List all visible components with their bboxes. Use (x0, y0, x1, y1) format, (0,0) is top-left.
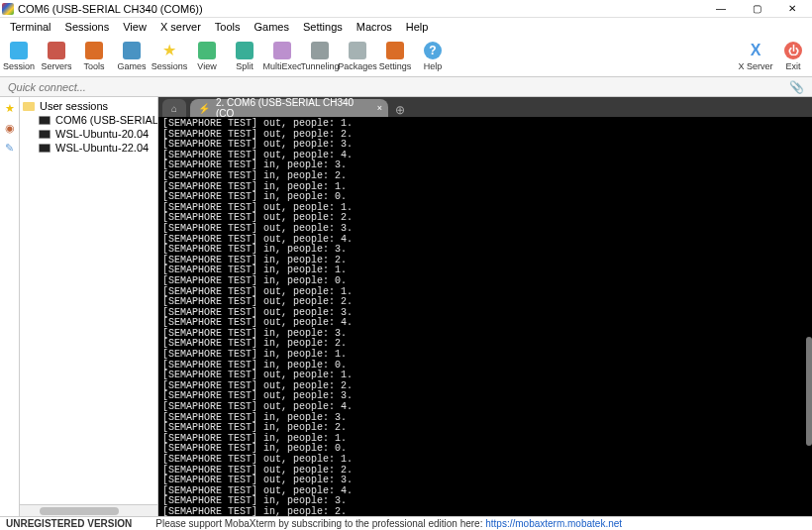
tree-root-label: User sessions (40, 100, 108, 112)
terminal-tab[interactable]: ⚡ 2. COM6 (USB-SERIAL CH340 (CO × (190, 99, 388, 117)
toolbar-sessions[interactable]: ★Sessions (151, 42, 188, 71)
help-icon: ? (424, 42, 442, 59)
quick-connect-bar: 📎 (0, 77, 812, 97)
toolbar-servers[interactable]: Servers (38, 42, 75, 71)
terminal-vscroll[interactable] (804, 119, 812, 516)
status-bar: UNREGISTERED VERSION Please support Moba… (0, 516, 812, 530)
servers-icon (48, 42, 65, 59)
tab-close-icon[interactable]: × (377, 103, 382, 113)
menu-help[interactable]: Help (400, 19, 435, 35)
globe-tab-icon[interactable]: ◉ (3, 121, 17, 135)
toolbar-split[interactable]: Split (226, 42, 263, 71)
tree-root[interactable]: User sessions (20, 99, 157, 113)
toolbar-label: Split (236, 61, 254, 71)
toolbar: SessionServersToolsGames★SessionsViewSpl… (0, 36, 812, 77)
status-message: Please support MobaXterm by subscribing … (155, 518, 622, 529)
menu-x-server[interactable]: X server (154, 19, 207, 35)
session-label: WSL-Ubuntu-20.04 (55, 128, 149, 140)
toolbar-tools[interactable]: Tools (75, 42, 113, 71)
tools-icon (85, 42, 103, 59)
terminal-output[interactable]: [SEMAPHORE TEST] out, people: 1. [SEMAPH… (158, 117, 812, 516)
menu-macros[interactable]: Macros (351, 19, 398, 35)
tunnel-icon (311, 42, 329, 59)
star-icon: ★ (160, 42, 178, 59)
terminal-icon (38, 142, 51, 154)
session-item[interactable]: COM6 (USB-SERIAL CH340 (CO (20, 113, 157, 127)
app-icon (2, 3, 14, 15)
quick-connect-input[interactable] (4, 79, 785, 95)
toolbar-label: Tools (83, 61, 104, 71)
window-title: COM6 (USB-SERIAL CH340 (COM6)) (18, 3, 709, 15)
status-unregistered: UNREGISTERED VERSION (6, 518, 132, 529)
close-button[interactable]: ✕ (780, 2, 804, 16)
terminal-vscroll-thumb[interactable] (806, 337, 812, 446)
view-icon (198, 42, 216, 59)
folder-icon (22, 100, 36, 112)
session-label: COM6 (USB-SERIAL CH340 (CO (55, 114, 157, 126)
toolbar-label: Games (117, 61, 146, 71)
toolbar-label: Exit (785, 61, 800, 71)
title-bar: COM6 (USB-SERIAL CH340 (COM6)) — ▢ ✕ (0, 0, 812, 18)
toolbar-tunneling[interactable]: Tunneling (301, 42, 339, 71)
menu-games[interactable]: Games (249, 19, 295, 35)
session-tree: User sessions COM6 (USB-SERIAL CH340 (CO… (20, 97, 157, 504)
menu-tools[interactable]: Tools (209, 19, 247, 35)
content-area: ⌂ ⚡ 2. COM6 (USB-SERIAL CH340 (CO × ⊕ [S… (158, 97, 812, 516)
minimize-button[interactable]: — (709, 2, 733, 16)
exit-icon: ⏻ (784, 42, 802, 59)
toolbar-label: Session (3, 61, 35, 71)
side-tab-strip: ★ ◉ ✎ (0, 97, 20, 516)
toolbar-multiexec[interactable]: MultiExec (263, 42, 301, 71)
toolbar-settings[interactable]: Settings (376, 42, 414, 71)
games-icon (123, 42, 141, 59)
status-text: Please support MobaXterm by subscribing … (155, 518, 485, 529)
terminal-icon (38, 114, 51, 126)
menu-terminal[interactable]: Terminal (4, 19, 57, 35)
sidebar: User sessions COM6 (USB-SERIAL CH340 (CO… (20, 97, 158, 516)
toolbar-label: Tunneling (300, 61, 339, 71)
multi-icon (273, 42, 291, 59)
toolbar-session[interactable]: Session (0, 42, 38, 71)
toolbar-exit[interactable]: ⏻Exit (774, 42, 812, 71)
gear-icon (386, 42, 404, 59)
toolbar-games[interactable]: Games (113, 42, 151, 71)
home-tab[interactable]: ⌂ (162, 99, 186, 117)
session-icon (10, 42, 28, 59)
session-item[interactable]: WSL-Ubuntu-20.04 (20, 127, 157, 141)
toolbar-label: Settings (379, 61, 412, 71)
menu-settings[interactable]: Settings (297, 19, 349, 35)
terminal-tab-label: 2. COM6 (USB-SERIAL CH340 (CO (216, 97, 371, 119)
toolbar-label: View (197, 61, 216, 71)
menu-sessions[interactable]: Sessions (59, 19, 116, 35)
tools-tab-icon[interactable]: ✎ (3, 141, 17, 155)
menu-bar: TerminalSessionsViewX serverToolsGamesSe… (0, 18, 812, 36)
terminal-icon (38, 128, 51, 140)
maximize-button[interactable]: ▢ (745, 2, 768, 16)
tab-serial-icon: ⚡ (198, 103, 210, 114)
toolbar-x-server[interactable]: XX Server (737, 42, 774, 71)
toolbar-help[interactable]: ?Help (414, 42, 452, 71)
toolbar-label: Help (424, 61, 443, 71)
toolbar-label: Packages (338, 61, 377, 71)
toolbar-label: MultiExec (263, 61, 302, 71)
new-tab-button[interactable]: ⊕ (392, 103, 408, 117)
toolbar-view[interactable]: View (188, 42, 226, 71)
sidebar-hscroll-thumb[interactable] (40, 507, 119, 515)
xsrv-icon: X (747, 42, 764, 59)
toolbar-label: X Server (738, 61, 772, 71)
session-item[interactable]: WSL-Ubuntu-22.04 (20, 141, 157, 155)
star-tab-icon[interactable]: ★ (3, 101, 17, 115)
tab-strip: ⌂ ⚡ 2. COM6 (USB-SERIAL CH340 (CO × ⊕ (158, 97, 812, 117)
session-label: WSL-Ubuntu-22.04 (55, 142, 149, 154)
sidebar-hscroll[interactable] (20, 504, 157, 516)
status-link[interactable]: https://mobaxterm.mobatek.net (485, 518, 622, 529)
toolbar-label: Sessions (152, 61, 188, 71)
menu-view[interactable]: View (117, 19, 152, 35)
attachment-icon[interactable]: 📎 (785, 80, 808, 94)
split-icon (236, 42, 254, 59)
toolbar-label: Servers (41, 61, 71, 71)
toolbar-packages[interactable]: Packages (339, 42, 376, 71)
pkg-icon (349, 42, 366, 59)
